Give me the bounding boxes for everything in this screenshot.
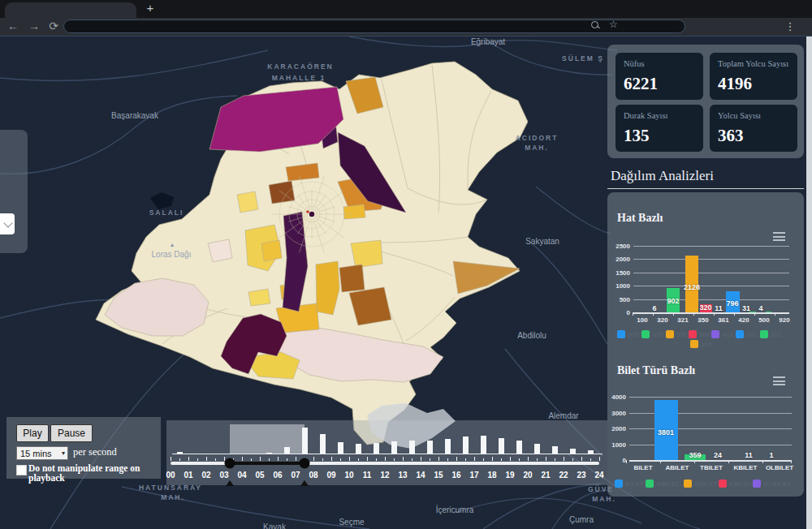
reload-icon[interactable]: ⟳ bbox=[45, 18, 62, 36]
new-tab-button[interactable]: + bbox=[143, 1, 158, 15]
map-label: İçericumra bbox=[436, 505, 474, 514]
stat-value: 135 bbox=[624, 126, 650, 146]
speed-select[interactable]: 15 mins ▾ bbox=[16, 446, 68, 460]
time-slider-handle-end[interactable] bbox=[300, 458, 310, 469]
browser-chrome: + ← → ⟳ ☆ ⋮ bbox=[0, 0, 812, 37]
time-slider-panel bbox=[166, 420, 607, 485]
playback-range-checkbox[interactable] bbox=[16, 465, 27, 475]
map-label: ▲ bbox=[170, 242, 175, 247]
map-label: Kavak bbox=[263, 523, 286, 529]
map-label: KARACAÖREN bbox=[267, 62, 333, 71]
stat-label: Nüfus bbox=[624, 59, 645, 68]
stat-card-nufus: Nüfus 6221 bbox=[615, 53, 703, 100]
map-label: MAHALLE 1 bbox=[272, 74, 326, 82]
map-center-dot bbox=[306, 210, 309, 213]
map-label: ACIDORT bbox=[516, 134, 559, 142]
stats-panel: Nüfus 6221 Toplam Yolcu Sayısı 4196 Dura… bbox=[607, 45, 804, 158]
tab-strip: + bbox=[0, 0, 812, 18]
map-label: Seçme bbox=[339, 518, 364, 527]
dashboard-page: KARACAÖRENMAHALLE 1BaşarakavakEğribayatS… bbox=[0, 37, 812, 529]
stat-value: 363 bbox=[718, 126, 744, 146]
bilet-chart-title: Bilet Türü Bazlı bbox=[617, 364, 695, 377]
stat-label: Toplam Yolcu Sayısı bbox=[718, 59, 788, 68]
forward-icon[interactable]: → bbox=[26, 18, 42, 36]
stat-label: Durak Sayısı bbox=[624, 111, 668, 120]
map-label: MAH. bbox=[161, 493, 185, 501]
map-label: MAH. bbox=[525, 144, 549, 152]
bookmark-star-icon[interactable]: ☆ bbox=[609, 18, 618, 32]
stat-card-durak: Durak Sayısı 135 bbox=[615, 105, 703, 152]
stat-card-toplam-yolcu: Toplam Yolcu Sayısı 4196 bbox=[710, 53, 797, 100]
stat-value: 6221 bbox=[624, 74, 658, 94]
map-side-panel bbox=[0, 130, 28, 253]
speed-value: 15 mins bbox=[20, 449, 52, 458]
panel-collapse-button[interactable] bbox=[0, 213, 15, 234]
map-label: SALALI bbox=[149, 209, 184, 217]
back-icon[interactable]: ← bbox=[5, 18, 21, 36]
map-label: SÜLEM Ş bbox=[562, 54, 604, 62]
play-button[interactable]: Play bbox=[16, 424, 49, 442]
map-center-district bbox=[309, 212, 314, 217]
search-icon[interactable] bbox=[591, 21, 598, 28]
map-label: Başarakavak bbox=[111, 111, 158, 120]
playback-checkbox-label: Do not manipulate range on playback bbox=[28, 463, 161, 483]
stat-label: Yolcu Sayısı bbox=[718, 111, 761, 120]
map-label: Çumra bbox=[569, 515, 594, 524]
browser-menu-icon[interactable]: ⋮ bbox=[784, 18, 796, 36]
playback-panel: Play Pause 15 mins ▾ per second Do not m… bbox=[6, 417, 161, 479]
hat-chart-menu-icon[interactable] bbox=[773, 232, 785, 243]
select-caret-icon: ▾ bbox=[62, 447, 65, 460]
per-second-label: per second bbox=[73, 446, 117, 458]
pause-button[interactable]: Pause bbox=[50, 424, 93, 442]
map-label: Loras Dağı bbox=[152, 250, 192, 259]
hat-chart-title: Hat Bazlı bbox=[617, 212, 663, 225]
stat-card-yolcu: Yolcu Sayısı 363 bbox=[710, 105, 797, 152]
map-label: Alemdar bbox=[548, 411, 578, 420]
stat-value: 4196 bbox=[718, 74, 752, 94]
chevron-down-icon bbox=[3, 218, 12, 227]
page-scrollbar[interactable] bbox=[806, 37, 812, 529]
time-slider-handle-start[interactable] bbox=[224, 458, 235, 469]
map-label: Eğribayat bbox=[471, 37, 505, 46]
browser-tab[interactable] bbox=[5, 2, 136, 18]
section-divider bbox=[607, 188, 804, 189]
section-title: Dağılım Analizleri bbox=[611, 168, 714, 184]
map-label: Abdilolu bbox=[517, 331, 546, 340]
map-label: Sakyatan bbox=[525, 237, 559, 246]
browser-toolbar: ← → ⟳ ☆ ⋮ bbox=[0, 18, 812, 36]
bilet-chart-menu-icon[interactable] bbox=[773, 376, 785, 388]
